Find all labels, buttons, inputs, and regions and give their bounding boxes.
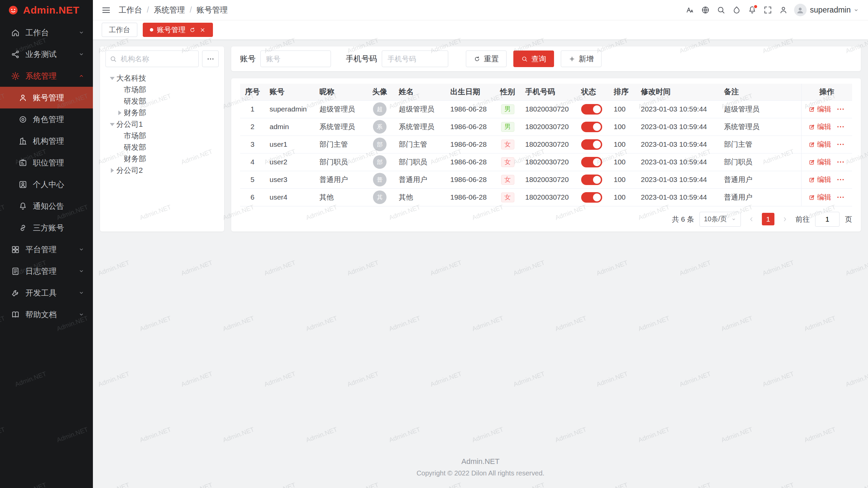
sidebar-item-help-docs[interactable]: 帮助文档	[0, 304, 93, 325]
edit-button[interactable]: 编辑	[809, 122, 831, 131]
chevron-down-icon	[78, 246, 85, 253]
cell-avatar: 其	[366, 188, 394, 206]
edit-button[interactable]: 编辑	[809, 140, 831, 149]
tree-node-市场部[interactable]: 市场部	[105, 130, 219, 142]
caret-down-icon[interactable]	[108, 120, 116, 128]
table-row: 1superadmin超级管理员超超级管理员1986-06-28男1802003…	[240, 100, 852, 118]
sidebar-item-account-management[interactable]: 账号管理	[0, 87, 93, 108]
more-actions-icon[interactable]	[836, 193, 845, 202]
refresh-tab-icon[interactable]	[189, 27, 196, 33]
sidebar-item-log-management[interactable]: 日志管理	[0, 260, 93, 282]
edit-button[interactable]: 编辑	[809, 157, 831, 167]
sidebar-item-workbench[interactable]: 工作台	[0, 22, 93, 43]
page-size-select[interactable]: 10条/页	[699, 212, 741, 227]
tree-node-研发部[interactable]: 研发部	[105, 142, 219, 153]
tab-account-management[interactable]: 账号管理	[143, 23, 213, 37]
caret-right-icon[interactable]	[116, 109, 124, 117]
sidebar-item-personal-center[interactable]: 个人中心	[0, 174, 93, 195]
sidebar-item-position-management[interactable]: 职位管理	[0, 152, 93, 174]
hamburger-icon[interactable]	[101, 5, 111, 15]
edit-button[interactable]: 编辑	[809, 192, 831, 202]
cell-modified: 2023-01-03 10:59:44	[636, 118, 719, 136]
tree-node-财务部[interactable]: 财务部	[105, 153, 219, 165]
cell-phone: 18020030720	[520, 171, 576, 188]
sex-tag: 女	[501, 175, 514, 185]
sidebar-item-third-party-account[interactable]: 三方账号	[0, 217, 93, 239]
tree-node-分公司1[interactable]: 分公司1	[105, 119, 219, 130]
caret-right-icon[interactable]	[108, 166, 116, 175]
status-toggle[interactable]	[581, 139, 602, 150]
edit-button-label: 编辑	[817, 175, 831, 184]
share-icon	[11, 50, 20, 59]
account-filter-input[interactable]	[260, 50, 331, 67]
edit-icon	[809, 141, 815, 148]
cell-birth: 1986-06-28	[446, 100, 495, 118]
caret-down-icon[interactable]	[108, 74, 116, 82]
org-search-input[interactable]	[105, 50, 199, 67]
sidebar-item-org-management[interactable]: 机构管理	[0, 130, 93, 152]
tree-node-市场部[interactable]: 市场部	[105, 84, 219, 96]
reset-button[interactable]: 重置	[466, 50, 507, 67]
user-avatar: 超	[373, 102, 387, 116]
status-toggle[interactable]	[581, 192, 602, 203]
sidebar-item-platform-management[interactable]: 平台管理	[0, 239, 93, 260]
breadcrumb-item-workbench[interactable]: 工作台	[119, 5, 142, 15]
tree-node-研发部[interactable]: 研发部	[105, 96, 219, 107]
logo: Admin.NET	[0, 0, 93, 20]
column-header-7: 手机号码	[520, 84, 576, 100]
close-tab-icon[interactable]	[199, 27, 206, 33]
status-toggle[interactable]	[581, 157, 602, 167]
cell-order: 100	[609, 118, 636, 136]
next-page-button[interactable]	[780, 214, 790, 224]
add-button[interactable]: 新增	[561, 50, 601, 67]
search-button[interactable]	[713, 0, 729, 20]
cell-birth: 1986-06-28	[446, 136, 495, 153]
more-actions-icon[interactable]	[836, 158, 845, 166]
user-avatar: 普	[373, 173, 387, 186]
sidebar-item-notice[interactable]: 通知公告	[0, 195, 93, 217]
profile-button[interactable]	[776, 0, 791, 20]
breadcrumb-item-system[interactable]: 系统管理	[154, 5, 185, 15]
status-toggle[interactable]	[581, 104, 602, 115]
more-actions-icon[interactable]	[836, 105, 845, 114]
sidebar-item-role-management[interactable]: 角色管理	[0, 108, 93, 130]
chevron-up-icon	[78, 73, 85, 79]
theme-button[interactable]	[729, 0, 745, 20]
goto-page-input[interactable]	[815, 212, 840, 227]
notification-button[interactable]	[745, 0, 760, 20]
font-size-button[interactable]	[682, 0, 698, 20]
tree-node-分公司2[interactable]: 分公司2	[105, 165, 219, 176]
phone-filter-input[interactable]	[382, 50, 448, 67]
edit-button[interactable]: 编辑	[809, 175, 831, 184]
status-toggle[interactable]	[581, 175, 602, 185]
chevron-down-icon	[78, 51, 85, 58]
tree-node-大名科技[interactable]: 大名科技	[105, 73, 219, 84]
theme-icon	[732, 5, 741, 15]
org-search	[105, 50, 199, 67]
sidebar-item-system-management[interactable]: 系统管理	[0, 65, 93, 87]
more-actions-icon[interactable]	[836, 175, 845, 184]
sidebar-item-dev-tools[interactable]: 开发工具	[0, 282, 93, 304]
status-toggle[interactable]	[581, 122, 602, 132]
sidebar-item-business-test[interactable]: 业务测试	[0, 43, 93, 65]
edit-button[interactable]: 编辑	[809, 104, 831, 114]
tab-workbench[interactable]: 工作台	[102, 23, 137, 37]
plus-icon	[569, 56, 575, 62]
prev-page-button[interactable]	[746, 214, 756, 224]
org-more-button[interactable]	[202, 50, 219, 67]
page-number-1[interactable]: 1	[762, 213, 774, 225]
fullscreen-button[interactable]	[760, 0, 776, 20]
cell-index: 6	[240, 188, 265, 206]
cell-modified: 2023-01-03 10:59:44	[636, 171, 719, 188]
tree-node-财务部[interactable]: 财务部	[105, 107, 219, 119]
more-actions-icon[interactable]	[836, 122, 845, 131]
user-menu[interactable]: superadmin	[810, 5, 859, 15]
logo-icon	[7, 4, 19, 16]
more-actions-icon[interactable]	[836, 140, 845, 149]
search-button[interactable]: 查询	[513, 50, 554, 67]
language-button[interactable]	[698, 0, 713, 20]
cell-name: 普通用户	[394, 171, 446, 188]
cell-name: 超级管理员	[394, 100, 446, 118]
avatar[interactable]	[794, 4, 807, 16]
column-header-10: 修改时间	[636, 84, 719, 100]
